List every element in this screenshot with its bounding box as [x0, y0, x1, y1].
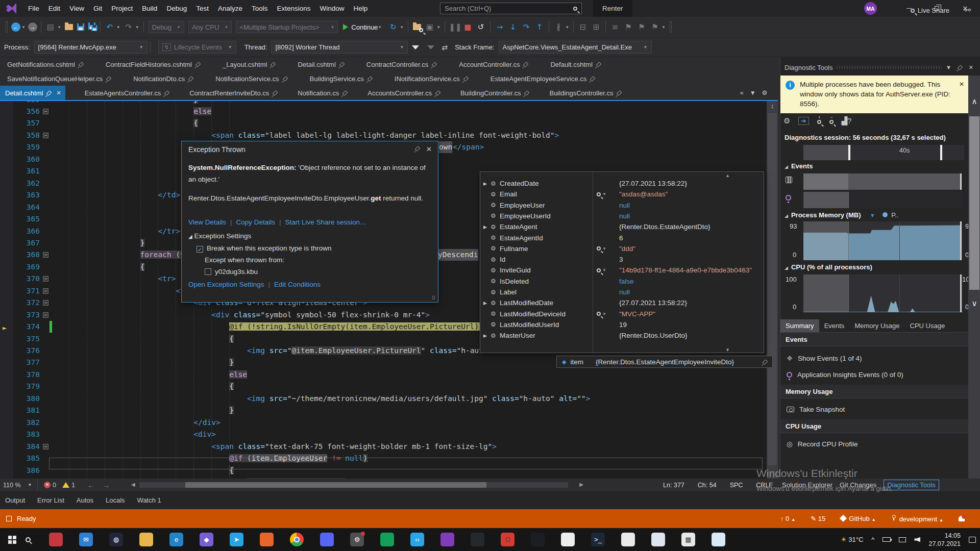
cpu-graph[interactable]	[803, 274, 963, 312]
menu-edit[interactable]: Edit	[44, 1, 65, 16]
fold-marker[interactable]: −	[43, 109, 48, 114]
expand-icon[interactable]: ▶	[483, 181, 491, 186]
diag-tab-cpu-usage[interactable]: CPU Usage	[905, 319, 950, 332]
fold-marker[interactable]: −	[43, 288, 48, 294]
bookmark-icon[interactable]: ⚑	[623, 22, 634, 32]
branch-button[interactable]: development▲	[891, 515, 943, 523]
tab-detail-cshtml[interactable]: Detail.cshtml✕	[0, 86, 65, 100]
tab-savenotificationqueuehelper-cs[interactable]: SaveNotificationQueueHelper.cs	[7, 75, 112, 83]
bottom-tab-autos[interactable]: Autos	[77, 496, 93, 504]
scroll-down-icon[interactable]: ▼	[725, 347, 730, 353]
browse-with-icon[interactable]	[413, 24, 421, 30]
datatip-row[interactable]: ⚙InviteGuid▼"14b9d178-ff1e-4864-a9e0-e7b…	[480, 265, 764, 276]
datatip-row[interactable]: ⚙EmployeeUserIdnull	[480, 211, 764, 221]
tab-contractrenterinvitedto-cs[interactable]: ContractRenterInviteDto.cs	[189, 89, 278, 97]
taskbar-app-green-app[interactable]	[380, 533, 394, 546]
datatip-row[interactable]: ⚙EmployeeUsernull	[480, 200, 764, 211]
navigate-forward-icon[interactable]: →	[28, 22, 37, 32]
redo-icon[interactable]: ↷	[123, 22, 134, 32]
lifecycle-events-dropdown[interactable]: ↯ Lifecycle Events▼	[158, 41, 236, 54]
taskbar-app-github-desktop[interactable]	[471, 533, 484, 546]
pin-icon[interactable]	[435, 90, 441, 96]
expand-icon[interactable]: ▶	[483, 333, 491, 338]
pin-icon[interactable]	[763, 359, 768, 365]
taskbar-app-notepad[interactable]	[621, 533, 635, 546]
window-preview-icon[interactable]: ▣	[424, 22, 435, 32]
datatip-row[interactable]: ▶⚙LastModifiedDate{27.07.2021 13:58:22}	[480, 297, 764, 308]
tab-accountscontroller-cs[interactable]: AccountsController.cs	[368, 89, 441, 97]
resize-grip[interactable]: ⠿	[432, 295, 436, 301]
taskbar-app-mail[interactable]: ✉	[79, 533, 93, 546]
continue-button[interactable]: Continue▼	[343, 23, 383, 31]
tab-default-cshtml[interactable]: Default.cshtml	[550, 61, 601, 68]
menu-debug[interactable]: Debug	[162, 1, 191, 16]
close-icon[interactable]: ✕	[56, 90, 61, 96]
repo-button[interactable]: GitHub▲	[841, 515, 875, 522]
code-line[interactable]: 380<img src="~/theme/metronicnew/media/u…	[0, 393, 767, 405]
editor-horizontal-scrollbar[interactable]: ◀ ▶	[124, 481, 583, 489]
diag-tab-summary[interactable]: Summary	[780, 319, 819, 332]
zoom-dropdown[interactable]: 110 %▼	[0, 479, 38, 491]
volume-icon[interactable]	[914, 537, 920, 542]
comment-icon[interactable]: ≡	[609, 22, 621, 32]
scroll-down-icon[interactable]: ∨	[968, 299, 980, 308]
prev-bookmark-icon[interactable]: ⚑	[636, 22, 647, 32]
menu-extensions[interactable]: Extensions	[273, 1, 315, 16]
tabstrip-overflow-icons[interactable]: «▼⚙	[740, 86, 778, 100]
start-button[interactable]	[8, 536, 16, 544]
menu-analyze[interactable]: Analyze	[213, 1, 247, 16]
thread-dropdown[interactable]: [8092] Worker Thread▼	[271, 41, 408, 54]
taskbar-app-terminal[interactable]: >_	[591, 533, 605, 546]
refresh-icon[interactable]: ↻	[387, 22, 399, 32]
add-people-icon[interactable]: ⚯	[964, 6, 971, 15]
taskbar-app-chrome[interactable]	[290, 533, 304, 546]
link-copy-details[interactable]: Copy Details	[236, 218, 276, 226]
timeline-ruler[interactable]: 40s	[803, 145, 964, 160]
break-checkbox[interactable]: ✓Break when this exception type is throw…	[197, 242, 431, 254]
taskbar-app-postman[interactable]	[561, 533, 575, 546]
restart-icon[interactable]: ↺	[475, 22, 486, 32]
panel-scrollbar[interactable]: ∧ ∨	[968, 76, 980, 484]
menu-view[interactable]: View	[65, 1, 89, 16]
datatip-row[interactable]: ⚙LastModifiedDeviceId▼"MVC-APP"	[480, 309, 764, 319]
tab-buildingcontroller-cs[interactable]: BuildingController.cs	[460, 89, 530, 97]
close-icon[interactable]: ✕	[959, 80, 964, 89]
selection-handle[interactable]	[940, 145, 942, 160]
search-input[interactable]: Search (Ctrl+Q)	[440, 3, 582, 14]
pin-icon[interactable]	[46, 90, 52, 96]
taskbar-app-file-explorer[interactable]	[139, 533, 153, 546]
fold-marker[interactable]: −	[43, 252, 48, 258]
platform-dropdown[interactable]: Any CPU▼	[188, 21, 232, 33]
warning-icon[interactable]	[62, 482, 69, 488]
pin-icon[interactable]	[188, 76, 194, 82]
pin-icon[interactable]	[523, 62, 529, 67]
hex-display-icon[interactable]: ∦	[553, 22, 564, 32]
pin-icon[interactable]	[368, 76, 373, 82]
datatip-row[interactable]: ⚙Id3	[480, 254, 764, 265]
diag-tab-events[interactable]: Events	[819, 319, 850, 332]
expand-icon[interactable]: ▶	[483, 224, 491, 230]
bottom-tab-watch-1[interactable]: Watch 1	[137, 496, 161, 504]
pin-icon[interactable]	[273, 90, 278, 96]
datatip-row[interactable]: ⚙LastModifiedUserId19	[480, 319, 764, 330]
step-into-icon[interactable]: ↓	[507, 22, 519, 32]
pin-icon[interactable]	[282, 76, 288, 82]
pin-icon[interactable]	[106, 76, 112, 82]
tab-inotificationservice-cs[interactable]: INotificationService.cs	[395, 75, 469, 83]
live-share-button[interactable]: Live Share	[911, 0, 949, 21]
taskbar-app-telegram[interactable]: ➤	[230, 533, 243, 546]
take-snapshot-link[interactable]: Take Snapshot	[780, 402, 980, 416]
code-line[interactable]: 379{	[0, 381, 767, 392]
show-next-statement-icon[interactable]: →	[494, 22, 505, 32]
process-dropdown[interactable]: [9564] Renter.MvcApp.exe▼	[34, 41, 148, 54]
tab-contractcontroller-cs[interactable]: ContractController.cs	[366, 61, 437, 68]
close-icon[interactable]: ✕	[969, 64, 973, 71]
cpu-section-header[interactable]: ◢CPU (% of all processors)	[780, 263, 980, 271]
fold-marker[interactable]: −	[43, 300, 48, 306]
pin-icon[interactable]	[195, 62, 201, 67]
navigate-back-icon[interactable]: ←	[11, 22, 20, 32]
code-line[interactable]: 378else	[0, 369, 767, 381]
menu-project[interactable]: Project	[107, 1, 137, 16]
tab-detail-cshtml[interactable]: Detail.cshtml	[298, 61, 345, 68]
datatip-row[interactable]: ⚙IsDeletedfalse	[480, 276, 764, 287]
